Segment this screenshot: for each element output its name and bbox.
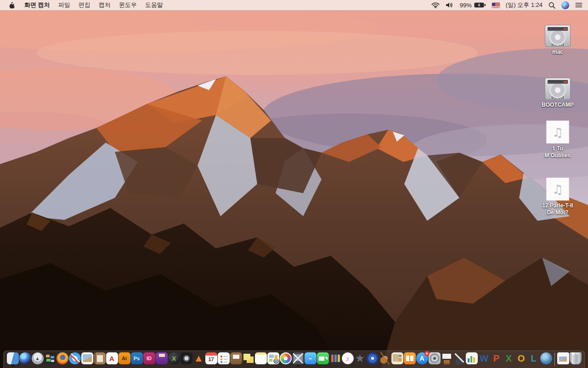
dock-itunes[interactable]: ♪ [342,351,354,368]
dock-screen-capture[interactable] [292,351,304,368]
volume-icon [446,2,454,8]
dock-items: ▲AAiPsIDX▲17•••♪★A4WPXOL↓ [7,351,582,368]
menu-app-name[interactable]: 화면 캡처 [20,0,54,10]
dock-illustrator[interactable]: Ai [119,351,130,368]
ibooks-icon [404,352,416,364]
dock-app-store[interactable]: A4 [416,351,428,368]
dock-photoshop[interactable]: Ps [131,351,143,368]
notes-icon [255,352,267,364]
dock-garageband[interactable] [379,351,391,368]
dock-photos[interactable] [280,351,292,368]
audio-file-icon: ♫ [546,121,569,144]
menu-item-5[interactable]: 도움말 [141,0,167,10]
dock-idvd[interactable] [367,351,379,368]
dock-adobe-reader[interactable]: A [106,351,118,368]
battery-menu[interactable]: 99% [460,0,486,10]
menu-item-4[interactable]: 윈도우 [115,0,141,10]
dock-messages[interactable]: ••• [305,351,317,368]
dock-keynote[interactable] [441,351,453,368]
dock-trash[interactable] [570,351,582,368]
dock-disk-fan-utility[interactable] [181,351,192,368]
keynote-icon [441,352,453,364]
web-downloader-icon: ↓ [540,352,552,364]
dock-doc-settings-app[interactable] [267,351,279,368]
dock-stickies[interactable] [243,351,254,368]
running-indicator [12,365,14,367]
dock-reminders[interactable] [218,351,230,368]
pages-icon [453,352,465,364]
us-flag-icon [492,3,500,8]
photoshop-icon: Ps [131,352,143,364]
volume-menu[interactable] [446,0,454,10]
drive-bootcamp[interactable]: BOOTCAMP [539,78,576,109]
dock-firefox[interactable] [57,351,68,368]
screen-capture-icon [292,352,304,364]
dock-toast[interactable] [156,351,168,368]
music-note-icon: ♫ [552,125,563,139]
dock-web-downloader[interactable]: ↓ [540,351,552,368]
menu-item-1[interactable]: 파일 [54,0,74,10]
dock-excel[interactable]: X [503,351,515,368]
stamps-app-icon [391,352,403,364]
vlc-icon: ▲ [193,352,205,364]
siri-icon [19,352,31,364]
dock-numbers[interactable] [466,351,478,368]
dock-outlook[interactable]: O [515,351,527,368]
desktop-icon-label: 1 Tu M'Oublies [539,145,576,159]
apple-menu[interactable] [5,0,20,10]
illustrator-icon: Ai [119,352,130,364]
dock-finder[interactable] [7,351,19,368]
wifi-menu[interactable] [431,0,440,10]
dock-calendar[interactable]: 17 [205,351,217,368]
firefox-icon [57,352,68,364]
desktop-icon-label: mac [552,49,563,56]
siri-menu[interactable] [561,0,569,10]
dock-mission-control[interactable] [44,351,56,368]
dock-system-preferences[interactable] [429,351,441,368]
toast-icon [156,352,168,364]
desktop-icon-label: BOOTCAMP [542,102,574,109]
dock-imovie[interactable]: ★ [354,351,366,368]
notification-center-icon [575,2,582,8]
powerpoint-icon: P [491,352,503,364]
dock-ibooks[interactable] [404,351,416,368]
dock-vlc[interactable]: ▲ [193,351,205,368]
system-preferences-icon [429,352,441,364]
dock-pages[interactable] [453,351,465,368]
green-x-app-icon: X [168,352,180,364]
dock-green-x-app[interactable]: X [168,351,180,368]
music-note-icon: ♫ [552,182,563,196]
notification-center-menu[interactable] [575,0,582,10]
spotlight-menu[interactable] [548,0,555,10]
dock-safari[interactable] [69,351,81,368]
safari-icon [69,352,81,364]
drive-mac[interactable]: mac [539,25,576,56]
dock-separator [554,353,555,366]
dock-contacts[interactable] [94,351,106,368]
dock-notes[interactable] [255,351,267,368]
audio-file-2[interactable]: ♫12 Parle-T-Il De Moi? [539,178,576,216]
dock-facetime[interactable] [317,351,329,368]
idvd-icon [367,352,379,364]
desktop[interactable]: 화면 캡처파일편집캡처윈도우도움말 99% [0,0,588,368]
menu-item-2[interactable]: 편집 [74,0,95,10]
dock-stamps-app[interactable] [391,351,403,368]
dock-indesign[interactable]: ID [143,351,155,368]
dock-preview[interactable] [81,351,93,368]
dock-mailbox-app[interactable] [230,351,242,368]
photos-icon [280,352,292,364]
dock-launchpad[interactable]: ▲ [32,351,44,368]
numbers-icon [466,352,478,364]
dock-word[interactable]: W [478,351,490,368]
menu-bar-clock[interactable]: (일) 오후 1:24 [506,1,543,9]
dock-powerpoint[interactable]: P [491,351,503,368]
input-source-menu[interactable] [492,0,500,10]
dock-photo-booth[interactable] [329,351,341,368]
menu-item-3[interactable]: 캡처 [95,0,115,10]
dock-siri[interactable] [19,351,31,368]
audio-file-1[interactable]: ♫1 Tu M'Oublies [539,121,576,159]
hard-drive-icon [545,78,571,100]
dock-lync[interactable]: L [528,351,540,368]
dock-document-file[interactable] [557,351,569,368]
menu-bar-left: 화면 캡처파일편집캡처윈도우도움말 [0,0,167,10]
